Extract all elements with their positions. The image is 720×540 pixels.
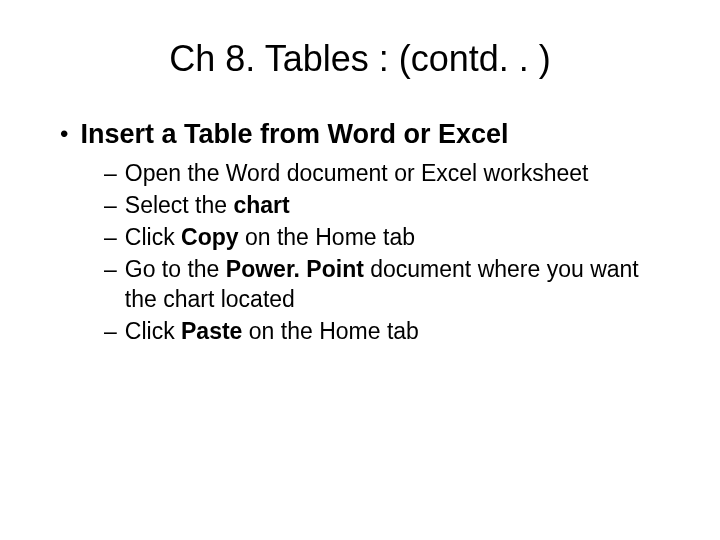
list-item: – Select the chart (104, 190, 670, 220)
slide-title: Ch 8. Tables : (contd. . ) (50, 38, 670, 80)
list-item-text: Click Paste on the Home tab (125, 316, 419, 346)
list-item-text: Open the Word document or Excel workshee… (125, 158, 589, 188)
list-item-text: Click Copy on the Home tab (125, 222, 415, 252)
dash-icon: – (104, 190, 117, 220)
sub-bullet-list: – Open the Word document or Excel worksh… (104, 158, 670, 346)
list-item: – Click Copy on the Home tab (104, 222, 670, 252)
dash-icon: – (104, 158, 117, 188)
dash-icon: – (104, 222, 117, 252)
list-item: – Click Paste on the Home tab (104, 316, 670, 346)
list-item-text: Select the chart (125, 190, 290, 220)
bullet-l1-text: Insert a Table from Word or Excel (80, 118, 508, 150)
bullet-dot-icon: • (60, 118, 68, 150)
list-item: – Go to the Power. Point document where … (104, 254, 670, 314)
dash-icon: – (104, 316, 117, 346)
list-item-text: Go to the Power. Point document where yo… (125, 254, 670, 314)
bullet-level-1: • Insert a Table from Word or Excel (60, 118, 670, 150)
dash-icon: – (104, 254, 117, 314)
list-item: – Open the Word document or Excel worksh… (104, 158, 670, 188)
